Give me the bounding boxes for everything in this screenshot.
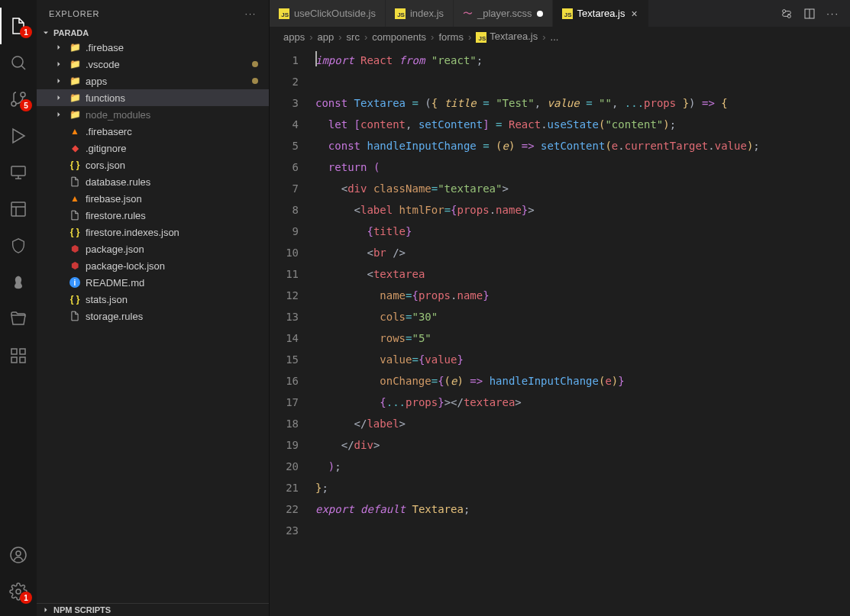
- chevron-right-icon: ›: [468, 31, 471, 43]
- breadcrumb-segment[interactable]: apps: [283, 31, 305, 43]
- compare-icon[interactable]: [781, 8, 793, 20]
- breadcrumb-segment[interactable]: app: [318, 31, 335, 43]
- item-label: .vscode: [86, 59, 120, 70]
- item-label: .gitignore: [86, 143, 126, 154]
- breadcrumb-segment[interactable]: forms: [438, 31, 464, 43]
- extension-icon-1[interactable]: [0, 227, 37, 264]
- explorer-icon[interactable]: 1: [0, 8, 37, 44]
- folder-item[interactable]: 📁apps: [37, 73, 269, 89]
- editor-tab[interactable]: JSindex.js: [386, 0, 454, 27]
- accounts-icon[interactable]: [0, 537, 37, 573]
- editor-tab[interactable]: JSuseClickOutside.js: [270, 0, 386, 27]
- modified-dot: [252, 78, 258, 84]
- tab-label: _player.scss: [477, 8, 532, 19]
- file-item[interactable]: ⬢package-lock.json: [37, 257, 269, 274]
- npm-scripts-header[interactable]: NPM SCRIPTS: [37, 603, 269, 616]
- svg-point-2: [11, 102, 16, 106]
- svg-rect-4: [11, 202, 25, 216]
- item-label: database.rules: [86, 176, 150, 188]
- js-icon: JS: [562, 8, 573, 19]
- file-item[interactable]: iREADME.md: [37, 274, 269, 291]
- item-label: package-lock.json: [86, 260, 165, 272]
- line-numbers: 1234567891011121314151617181920212223: [270, 50, 315, 616]
- code-content[interactable]: import React from "react"; const Textare…: [315, 50, 850, 616]
- js-icon: JS: [395, 8, 406, 19]
- svg-point-0: [12, 56, 23, 67]
- activity-bar: 1 5 1: [0, 0, 37, 616]
- svg-rect-7: [11, 357, 17, 363]
- settings-icon[interactable]: 1: [0, 573, 37, 610]
- unsaved-indicator: [537, 11, 543, 17]
- item-label: .firebaserc: [86, 126, 132, 137]
- explorer-badge: 1: [20, 26, 32, 38]
- extensions-icon[interactable]: [0, 337, 37, 374]
- chevron-right-icon: [53, 76, 64, 85]
- folder-item[interactable]: 📁.firebase: [37, 39, 269, 56]
- extension-icon-2[interactable]: [0, 264, 37, 301]
- svg-rect-5: [11, 349, 17, 354]
- chevron-right-icon: ›: [542, 31, 545, 43]
- code-editor[interactable]: 1234567891011121314151617181920212223 im…: [270, 47, 850, 616]
- svg-point-9: [11, 547, 26, 563]
- file-item[interactable]: { }cors.json: [37, 156, 269, 173]
- item-label: apps: [86, 76, 107, 87]
- editor-tab[interactable]: 〜_player.scss: [454, 0, 553, 27]
- npm-scripts-label: NPM SCRIPTS: [53, 605, 111, 614]
- file-item[interactable]: storage.rules: [37, 308, 269, 324]
- folder-open-icon[interactable]: [0, 301, 37, 337]
- chevron-right-icon: [53, 93, 64, 102]
- source-control-icon[interactable]: 5: [0, 81, 37, 118]
- tab-label: index.js: [410, 8, 444, 19]
- more-icon[interactable]: ···: [245, 9, 257, 18]
- close-icon[interactable]: ×: [629, 8, 638, 20]
- folder-item[interactable]: 📁node_modules: [37, 106, 269, 123]
- scss-icon: 〜: [463, 7, 473, 21]
- file-item[interactable]: { }firestore.indexes.json: [37, 224, 269, 240]
- svg-point-13: [787, 15, 790, 18]
- breadcrumb-segment[interactable]: src: [347, 31, 360, 43]
- breadcrumbs[interactable]: apps›app›src›components›forms›JSTextarea…: [270, 27, 850, 47]
- editor-tab[interactable]: JSTextarea.js×: [553, 0, 649, 27]
- item-label: firestore.rules: [86, 210, 146, 221]
- breadcrumb-segment[interactable]: ...: [551, 31, 559, 43]
- layout-icon[interactable]: [0, 191, 37, 227]
- folder-item[interactable]: 📁functions: [37, 89, 269, 106]
- file-item[interactable]: { }stats.json: [37, 291, 269, 308]
- js-icon: JS: [279, 8, 289, 19]
- breadcrumb-segment[interactable]: JSTextarea.js: [476, 31, 538, 43]
- search-icon[interactable]: [0, 44, 37, 81]
- file-item[interactable]: ⬢package.json: [37, 240, 269, 257]
- split-editor-icon[interactable]: [803, 8, 816, 20]
- chevron-right-icon: ›: [364, 31, 367, 43]
- item-label: cors.json: [86, 160, 125, 171]
- project-header[interactable]: PARADA: [37, 27, 269, 39]
- file-item[interactable]: database.rules: [37, 173, 269, 190]
- chevron-right-icon: ›: [338, 31, 341, 43]
- project-name: PARADA: [53, 28, 89, 37]
- file-item[interactable]: firestore.rules: [37, 207, 269, 224]
- tab-label: useClickOutside.js: [294, 8, 376, 19]
- scm-badge: 5: [20, 99, 32, 111]
- svg-point-10: [16, 551, 21, 556]
- chevron-down-icon: [41, 28, 50, 37]
- chevron-right-icon: [53, 43, 64, 52]
- modified-dot: [252, 61, 258, 67]
- folder-item[interactable]: 📁.vscode: [37, 56, 269, 73]
- file-tree: 📁.firebase📁.vscode📁apps📁functions📁node_m…: [37, 39, 269, 603]
- file-item[interactable]: ▲firebase.json: [37, 190, 269, 207]
- file-item[interactable]: ▲.firebaserc: [37, 123, 269, 140]
- item-label: storage.rules: [86, 311, 143, 322]
- item-label: functions: [86, 92, 125, 104]
- chevron-right-icon: [53, 60, 64, 69]
- more-actions-icon[interactable]: ···: [826, 8, 839, 19]
- item-label: README.md: [86, 277, 144, 289]
- remote-icon[interactable]: [0, 154, 37, 191]
- svg-rect-6: [20, 349, 25, 354]
- tab-label: Textarea.js: [577, 8, 625, 19]
- file-item[interactable]: ◆.gitignore: [37, 140, 269, 156]
- chevron-right-icon: [41, 605, 50, 614]
- breadcrumb-segment[interactable]: components: [372, 31, 426, 43]
- run-debug-icon[interactable]: [0, 118, 37, 154]
- chevron-right-icon: ›: [309, 31, 312, 43]
- svg-rect-8: [20, 357, 25, 363]
